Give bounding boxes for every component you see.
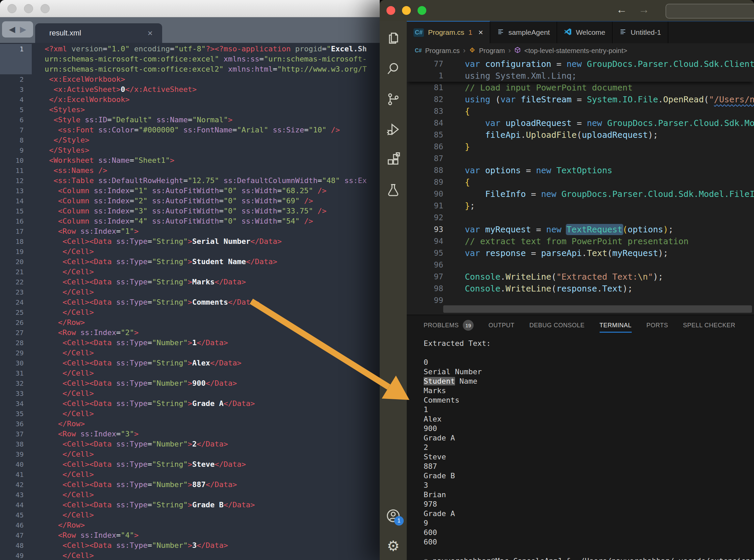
code-row: 45 </Cell> bbox=[0, 510, 380, 520]
back-arrow-icon[interactable]: ← bbox=[616, 3, 627, 16]
code-row: 20 <Cell><Data ss:Type="String">Student … bbox=[0, 257, 380, 267]
editor-tabs: C# Program.cs 1 × sampleAgent Welcome bbox=[407, 21, 754, 43]
code-row: 99 bbox=[407, 295, 754, 306]
terminal-output[interactable]: Extracted Text:0Serial NumberStudent Nam… bbox=[407, 335, 754, 560]
code-row: 1<?xml version="1.0" encoding="utf-8"?><… bbox=[0, 44, 380, 54]
tab-sampleagent[interactable]: sampleAgent bbox=[490, 22, 557, 43]
terminal-line: Student Name bbox=[424, 377, 754, 386]
code-row: 92 bbox=[407, 212, 754, 224]
code-row: 31 </Cell> bbox=[0, 368, 380, 378]
breadcrumb-symbol[interactable]: <top-level-statements-entry-point> bbox=[524, 47, 627, 55]
xml-editor[interactable]: 1<?xml version="1.0" encoding="utf-8"?><… bbox=[0, 43, 380, 560]
terminal-line: Steve bbox=[424, 452, 754, 462]
tab-history-nav[interactable]: ◀ ▶ bbox=[2, 21, 33, 38]
traffic-light-minimize-icon[interactable] bbox=[402, 6, 411, 15]
code-row: 98Console.WriteLine(response.Text); bbox=[407, 283, 754, 295]
traffic-light-minimize-icon[interactable] bbox=[24, 4, 33, 13]
code-row: 15 <Column ss:Index="3" ss:AutoFitWidth=… bbox=[0, 206, 380, 216]
testing-icon[interactable] bbox=[385, 182, 401, 198]
tab-ports[interactable]: PORTS bbox=[647, 315, 668, 335]
class-symbol-icon bbox=[469, 47, 476, 55]
code-row: 28 <Cell><Data ss:Type="Number">1</Data> bbox=[0, 338, 380, 348]
code-row: 3 <x:ActiveSheet>0</x:ActiveSheet> bbox=[0, 84, 380, 95]
tab-problems[interactable]: PROBLEMS 19 bbox=[424, 315, 474, 335]
terminal-line: Extracted Text: bbox=[424, 339, 754, 348]
command-center-search[interactable] bbox=[666, 4, 754, 19]
code-row: 37 <Row ss:Index="3"> bbox=[0, 429, 380, 439]
code-row: 14 <Column ss:Index="2" ss:AutoFitWidth=… bbox=[0, 196, 380, 206]
tab-terminal[interactable]: TERMINAL bbox=[600, 315, 632, 335]
terminal-line: 600 bbox=[424, 528, 754, 537]
code-row: 41 </Cell> bbox=[0, 469, 380, 480]
tab-untitled-1[interactable]: Untitled-1 bbox=[613, 22, 668, 43]
code-editor[interactable]: 77var configuration = new GroupDocs.Pars… bbox=[407, 58, 754, 315]
code-row: 23 </Cell> bbox=[0, 287, 380, 297]
code-row: 17 <Row ss:Index="1"> bbox=[0, 226, 380, 236]
code-row: 8 </Style> bbox=[0, 135, 380, 145]
code-row: 85 fileApi.UploadFile(uploadRequest); bbox=[407, 129, 754, 141]
chevron-right-icon: › bbox=[509, 46, 511, 55]
csharp-file-icon: C# bbox=[415, 47, 422, 54]
code-row: 46 </Row> bbox=[0, 520, 380, 530]
close-icon[interactable]: × bbox=[147, 28, 153, 39]
extensions-icon[interactable] bbox=[385, 152, 401, 167]
terminal-line bbox=[424, 348, 754, 358]
tab-welcome[interactable]: Welcome bbox=[557, 22, 613, 43]
symbol-icon bbox=[514, 47, 521, 55]
list-file-icon bbox=[497, 28, 504, 37]
code-row: 42 <Cell><Data ss:Type="Number">887</Dat… bbox=[0, 480, 380, 490]
close-icon[interactable]: × bbox=[478, 28, 483, 37]
tab-label: Program.cs bbox=[428, 28, 464, 37]
tab-result-xml[interactable]: result.xml × bbox=[35, 23, 162, 43]
breadcrumb-file[interactable]: Program.cs bbox=[425, 47, 459, 55]
traffic-light-zoom-icon[interactable] bbox=[418, 6, 426, 15]
terminal-line: 887 bbox=[424, 462, 754, 471]
code-row: 25 </Cell> bbox=[0, 307, 380, 318]
explorer-icon[interactable] bbox=[385, 31, 401, 46]
code-row: 91}; bbox=[407, 200, 754, 212]
traffic-light-close-icon[interactable] bbox=[7, 4, 17, 13]
code-row: 83{ bbox=[407, 105, 754, 117]
settings-gear-icon[interactable]: ⚙ bbox=[385, 538, 401, 554]
run-debug-icon[interactable] bbox=[385, 122, 401, 137]
code-row: 38 <Cell><Data ss:Type="Number">2</Data> bbox=[0, 439, 380, 449]
problems-count-badge: 19 bbox=[463, 320, 474, 331]
code-row: 47 <Row ss:Index="4"> bbox=[0, 530, 380, 540]
code-row: urn:schemas-microsoft-com:office:excel2"… bbox=[0, 64, 380, 74]
terminal-line: 900 bbox=[424, 424, 754, 433]
tab-program-cs[interactable]: C# Program.cs 1 × bbox=[407, 21, 490, 43]
accounts-icon[interactable]: 1 bbox=[385, 508, 401, 523]
tab-label: result.xml bbox=[49, 29, 147, 38]
code-row: 5 <Styles> bbox=[0, 105, 380, 115]
terminal-line: Brian bbox=[424, 490, 754, 500]
code-row: 10 <Worksheet ss:Name="Sheet1"> bbox=[0, 155, 380, 165]
prev-tab-icon[interactable]: ◀ bbox=[9, 25, 15, 34]
desktop: ◀ ▶ result.xml × 1<?xml version="1.0" en… bbox=[0, 0, 754, 560]
code-row: 95var response = parseApi.Text(myRequest… bbox=[407, 247, 754, 259]
source-control-icon[interactable] bbox=[385, 91, 401, 107]
traffic-light-close-icon[interactable] bbox=[386, 6, 395, 15]
traffic-light-zoom-icon[interactable] bbox=[41, 4, 49, 13]
horizontal-scrollbar[interactable] bbox=[443, 305, 752, 313]
tab-label: Untitled-1 bbox=[631, 28, 661, 37]
tab-label: sampleAgent bbox=[509, 28, 550, 37]
breadcrumb-scope[interactable]: Program bbox=[479, 47, 505, 55]
code-row: 29 </Cell> bbox=[0, 348, 380, 358]
code-row: 88var options = new TextOptions bbox=[407, 164, 754, 176]
search-icon[interactable] bbox=[385, 61, 401, 76]
vscode-titlebar: ← → bbox=[380, 0, 754, 21]
next-tab-icon[interactable]: ▶ bbox=[20, 25, 26, 34]
code-row: 19 </Cell> bbox=[0, 246, 380, 257]
terminal-line: Grade A bbox=[424, 433, 754, 443]
tab-debug-console[interactable]: DEBUG CONSOLE bbox=[529, 315, 585, 335]
terminal-line: Marks bbox=[424, 386, 754, 396]
code-row: 18 <Cell><Data ss:Type="String">Serial N… bbox=[0, 236, 380, 246]
terminal-line bbox=[424, 547, 754, 556]
code-row: 84 var uploadRequest = new GroupDocs.Par… bbox=[407, 117, 754, 129]
left-window-titlebar bbox=[0, 0, 380, 17]
code-row: 22 <Cell><Data ss:Type="String">Marks</D… bbox=[0, 277, 380, 287]
code-row: 90 FileInfo = new GroupDocs.Parser.Cloud… bbox=[407, 188, 754, 200]
tab-spell-checker[interactable]: SPELL CHECKER bbox=[683, 315, 735, 335]
forward-arrow-icon[interactable]: → bbox=[638, 3, 649, 16]
tab-output[interactable]: OUTPUT bbox=[489, 315, 515, 335]
